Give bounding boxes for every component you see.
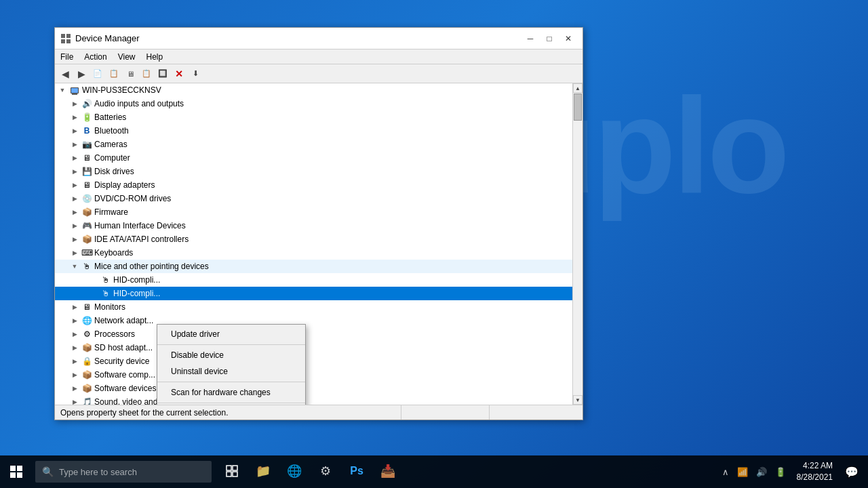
cameras-toggle[interactable]: ▶ bbox=[70, 140, 79, 149]
toolbar-btn-4[interactable]: 📋 bbox=[106, 66, 121, 81]
scroll-up[interactable]: ▲ bbox=[573, 83, 583, 93]
forward-button[interactable]: ▶ bbox=[74, 66, 89, 81]
tree-network[interactable]: ▶ 🌐 Network adapt... bbox=[55, 314, 572, 327]
root-toggle[interactable]: ▼ bbox=[58, 85, 67, 95]
tray-battery[interactable]: 🔋 bbox=[772, 466, 789, 479]
system-clock[interactable]: 4:22 AM 8/28/2021 bbox=[791, 460, 838, 483]
photoshop-button[interactable]: Ps bbox=[342, 457, 372, 487]
dvd-label: DVD/CD-ROM drives bbox=[94, 194, 171, 203]
tree-root[interactable]: ▼ WIN-PUS3ECCKNSV bbox=[55, 83, 572, 97]
toolbar-btn-cancel[interactable]: ✕ bbox=[172, 66, 186, 81]
disk-toggle[interactable]: ▶ bbox=[70, 167, 79, 176]
bluetooth-toggle[interactable]: ▶ bbox=[70, 126, 79, 136]
tree-sound[interactable]: ▶ 🎵 Sound, video and game controllers bbox=[55, 395, 572, 405]
mice-icon: 🖱 bbox=[81, 261, 92, 272]
tree-disk[interactable]: ▶ 💾 Disk drives bbox=[55, 165, 572, 178]
tree-hid[interactable]: ▶ 🎮 Human Interface Devices bbox=[55, 219, 572, 232]
batteries-icon: 🔋 bbox=[81, 112, 92, 123]
tree-cameras[interactable]: ▶ 📷 Cameras bbox=[55, 138, 572, 151]
display-label: Display adapters bbox=[94, 180, 155, 190]
network-label: Network adapt... bbox=[94, 316, 153, 325]
chrome-button[interactable]: 🌐 bbox=[279, 457, 309, 487]
tree-keyboards[interactable]: ▶ ⌨ Keyboards bbox=[55, 246, 572, 260]
software-comp-toggle[interactable]: ▶ bbox=[70, 370, 79, 380]
menu-help[interactable]: Help bbox=[141, 51, 169, 63]
notification-button[interactable]: 💬 bbox=[841, 455, 863, 488]
tray-sound[interactable]: 🔊 bbox=[753, 466, 770, 479]
tree-audio[interactable]: ▶ 🔊 Audio inputs and outputs bbox=[55, 97, 572, 110]
tree-hid-mouse-2[interactable]: ▶ 🖱 HID-compli... bbox=[55, 287, 572, 300]
audio-toggle[interactable]: ▶ bbox=[70, 99, 79, 108]
taskbar-search[interactable]: 🔍 Type here to search bbox=[35, 461, 212, 483]
computer-toggle[interactable]: ▶ bbox=[70, 153, 79, 163]
tree-firmware[interactable]: ▶ 📦 Firmware bbox=[55, 205, 572, 219]
toolbar-btn-6[interactable]: 📋 bbox=[139, 66, 154, 81]
maximize-button[interactable]: □ bbox=[540, 32, 558, 45]
tree-software-dev[interactable]: ▶ 📦 Software devices bbox=[55, 382, 572, 395]
toolbar-btn-download[interactable]: ⬇ bbox=[188, 66, 203, 81]
menu-file[interactable]: File bbox=[55, 51, 79, 63]
toolbar-btn-3[interactable]: 📄 bbox=[90, 66, 105, 81]
scroll-track[interactable] bbox=[573, 93, 583, 395]
tree-display[interactable]: ▶ 🖥 Display adapters bbox=[55, 178, 572, 192]
tree-sd[interactable]: ▶ 📦 SD host adapt... bbox=[55, 341, 572, 354]
tray-chevron[interactable]: ∧ bbox=[719, 466, 732, 479]
tree-panel[interactable]: ▼ WIN-PUS3ECCKNSV ▶ 🔊 Audio inputs and bbox=[55, 83, 573, 405]
start-button[interactable] bbox=[0, 455, 33, 488]
dvd-toggle[interactable]: ▶ bbox=[70, 194, 79, 203]
search-icon: 🔍 bbox=[42, 466, 54, 477]
menu-action[interactable]: Action bbox=[79, 51, 112, 63]
sound-toggle[interactable]: ▶ bbox=[70, 397, 79, 405]
mice-label: Mice and other pointing devices bbox=[94, 262, 209, 271]
tree-ide[interactable]: ▶ 📦 IDE ATA/ATAPI controllers bbox=[55, 232, 572, 246]
tree-bluetooth[interactable]: ▶ B Bluetooth bbox=[55, 124, 572, 138]
ctx-scan-hardware[interactable]: Scan for hardware changes bbox=[157, 384, 305, 401]
status-section-1 bbox=[401, 405, 489, 420]
context-menu: Update driver Disable device Uninstall d… bbox=[157, 324, 306, 405]
back-button[interactable]: ◀ bbox=[58, 66, 73, 81]
tree-mice[interactable]: ▼ 🖱 Mice and other pointing devices bbox=[55, 260, 572, 273]
tree-security[interactable]: ▶ 🔒 Security device bbox=[55, 354, 572, 368]
tree-processors[interactable]: ▶ ⚙ Processors bbox=[55, 327, 572, 341]
batteries-toggle[interactable]: ▶ bbox=[70, 113, 79, 122]
minimize-button[interactable]: ─ bbox=[521, 32, 539, 45]
tree-dvd[interactable]: ▶ 💿 DVD/CD-ROM drives bbox=[55, 192, 572, 205]
scrollbar[interactable]: ▲ ▼ bbox=[573, 83, 583, 405]
sd-toggle[interactable]: ▶ bbox=[70, 343, 79, 352]
svg-rect-1 bbox=[66, 34, 71, 38]
ide-toggle[interactable]: ▶ bbox=[70, 235, 79, 244]
ctx-uninstall-device[interactable]: Uninstall device bbox=[157, 363, 305, 380]
scroll-down[interactable]: ▼ bbox=[573, 395, 583, 405]
software-dev-toggle[interactable]: ▶ bbox=[70, 384, 79, 393]
ctx-disable-device[interactable]: Disable device bbox=[157, 347, 305, 363]
tree-batteries[interactable]: ▶ 🔋 Batteries bbox=[55, 110, 572, 124]
firmware-toggle[interactable]: ▶ bbox=[70, 207, 79, 217]
downloads-button[interactable]: 📥 bbox=[373, 457, 403, 487]
security-toggle[interactable]: ▶ bbox=[70, 357, 79, 366]
device-manager-window: Device Manager ─ □ ✕ File Action View He… bbox=[54, 27, 583, 420]
ctx-update-driver[interactable]: Update driver bbox=[157, 326, 305, 342]
title-bar: Device Manager ─ □ ✕ bbox=[55, 28, 583, 49]
task-view-button[interactable] bbox=[217, 457, 247, 487]
mice-toggle[interactable]: ▼ bbox=[70, 262, 79, 271]
close-button[interactable]: ✕ bbox=[559, 32, 577, 45]
processors-toggle[interactable]: ▶ bbox=[70, 329, 79, 339]
display-toggle[interactable]: ▶ bbox=[70, 180, 79, 190]
keyboards-toggle[interactable]: ▶ bbox=[70, 248, 79, 258]
toolbar-btn-7[interactable]: 🔲 bbox=[155, 66, 170, 81]
keyboards-label: Keyboards bbox=[94, 248, 133, 258]
network-toggle[interactable]: ▶ bbox=[70, 316, 79, 325]
tree-software-comp[interactable]: ▶ 📦 Software comp... bbox=[55, 368, 572, 382]
hid-toggle[interactable]: ▶ bbox=[70, 221, 79, 230]
settings-button[interactable]: ⚙ bbox=[311, 457, 340, 487]
file-explorer-button[interactable]: 📁 bbox=[248, 457, 278, 487]
tray-network[interactable]: 📶 bbox=[734, 466, 751, 479]
scroll-thumb[interactable] bbox=[574, 94, 582, 121]
tree-monitors[interactable]: ▶ 🖥 Monitors bbox=[55, 300, 572, 314]
keyboards-icon: ⌨ bbox=[81, 247, 92, 258]
toolbar-btn-5[interactable]: 🖥 bbox=[123, 66, 138, 81]
menu-view[interactable]: View bbox=[113, 51, 141, 63]
tree-computer[interactable]: ▶ 🖥 Computer bbox=[55, 151, 572, 165]
monitors-toggle[interactable]: ▶ bbox=[70, 302, 79, 312]
tree-hid-mouse-1[interactable]: ▶ 🖱 HID-compli... bbox=[55, 273, 572, 287]
